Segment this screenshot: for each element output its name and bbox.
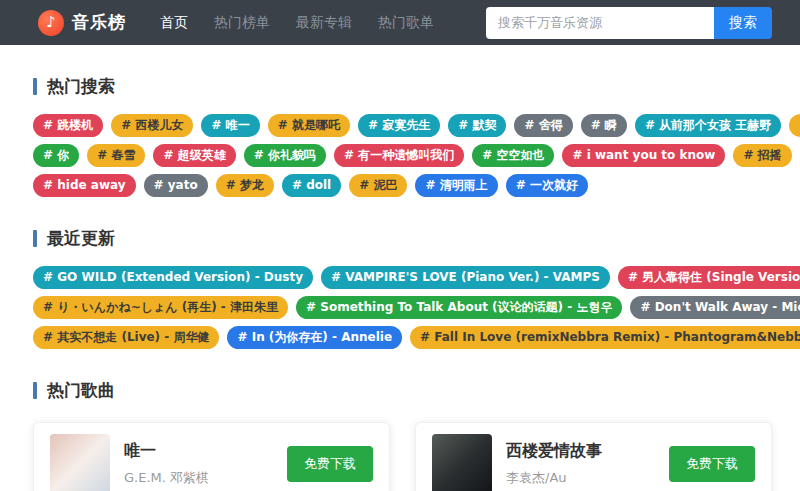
hot-search-tag[interactable]: # 泥巴 <box>349 174 407 197</box>
hot-search-tag[interactable]: # i want you to know <box>562 144 725 167</box>
hot-search-tag[interactable]: # 招摇 <box>733 144 791 167</box>
hot-search-tag[interactable]: # 你 <box>33 144 79 167</box>
hot-search-tag[interactable]: # 清明雨上 <box>415 174 497 197</box>
hot-search-tag[interactable]: # 有一种遗憾叫我们 <box>334 144 464 167</box>
page: ♪ 音乐榜 首页热门榜单最新专辑热门歌单 搜索 热门搜索 # 跳楼机# 西楼儿女… <box>0 0 800 491</box>
recent-update-tag[interactable]: # 男人靠得住 (Single Version) - 好弟 <box>618 266 800 289</box>
hot-search-title: 热门搜索 <box>47 75 115 98</box>
site-title: 音乐榜 <box>72 11 126 34</box>
hot-search-tag[interactable]: # 空空如也 <box>472 144 554 167</box>
hot-search-tag[interactable]: # 就是哪吒 <box>268 114 350 137</box>
song-artist: 李袁杰/Au <box>506 469 669 487</box>
hot-songs-header: 热门歌曲 <box>33 379 772 402</box>
song-info: 西楼爱情故事李袁杰/Au <box>506 441 669 487</box>
hot-search-tag[interactable]: # 从前那个女孩 王赫野 <box>635 114 781 137</box>
recent-update-row: # り・いんかね~しょん (再生) - 津田朱里# Something To T… <box>33 296 772 319</box>
recent-update-tag[interactable]: # Don't Walk Away - Michael Jackson <box>630 296 800 319</box>
free-download-button[interactable]: 免费下载 <box>287 446 373 482</box>
album-cover <box>432 434 492 491</box>
search-button[interactable]: 搜索 <box>714 7 772 39</box>
section-bar <box>33 230 37 247</box>
hot-search-row: # 你# 春雪# 超级英雄# 你礼貌吗# 有一种遗憾叫我们# 空空如也# i w… <box>33 144 772 167</box>
hot-search-tag[interactable]: # 梦龙 <box>216 174 274 197</box>
navbar: ♪ 音乐榜 首页热门榜单最新专辑热门歌单 搜索 <box>0 0 800 45</box>
hot-search-tag[interactable]: # 寂寞先生 <box>358 114 440 137</box>
search-input[interactable] <box>486 7 714 39</box>
recent-update-tag[interactable]: # Something To Talk About (议论的话题) - 노형우 <box>296 296 622 319</box>
main-content: 热门搜索 # 跳楼机# 西楼儿女# 唯一# 就是哪吒# 寂寞先生# 默契# 舍得… <box>0 75 800 491</box>
hot-search-tag[interactable]: # 瞬 <box>581 114 627 137</box>
recent-updates-header: 最近更新 <box>33 227 772 250</box>
section-bar <box>33 382 37 399</box>
hot-search-header: 热门搜索 <box>33 75 772 98</box>
song-title: 西楼爱情故事 <box>506 441 669 462</box>
hot-search-tag[interactable]: # 你礼貌吗 <box>244 144 326 167</box>
recent-update-row: # 其实不想走 (Live) - 周华健# In (为你存在) - Anneli… <box>33 326 772 349</box>
hot-search-row: # 跳楼机# 西楼儿女# 唯一# 就是哪吒# 寂寞先生# 默契# 舍得# 瞬# … <box>33 114 772 137</box>
free-download-button[interactable]: 免费下载 <box>669 446 755 482</box>
recent-updates-section: 最近更新 # GO WILD (Extended Version) - Dust… <box>33 227 772 349</box>
hot-search-tag[interactable]: # 跳楼机 <box>33 114 103 137</box>
song-cards: 唯一G.E.M. 邓紫棋免费下载西楼爱情故事李袁杰/Au免费下载 <box>33 422 772 491</box>
hot-search-tags: # 跳楼机# 西楼儿女# 唯一# 就是哪吒# 寂寞先生# 默契# 舍得# 瞬# … <box>33 114 772 197</box>
hot-search-tag[interactable]: # yato <box>144 174 208 197</box>
hot-search-tag[interactable]: # doll <box>282 174 341 197</box>
recent-updates-tags: # GO WILD (Extended Version) - Dusty# VA… <box>33 266 772 349</box>
hot-search-row: # hide away# yato# 梦龙# doll# 泥巴# 清明雨上# 一… <box>33 174 772 197</box>
song-info: 唯一G.E.M. 邓紫棋 <box>124 441 287 487</box>
recent-update-tag[interactable]: # In (为你存在) - Annelie <box>227 326 402 349</box>
hot-search-tag[interactable]: # 唯一 <box>201 114 259 137</box>
nav-links: 首页热门榜单最新专辑热门歌单 <box>160 14 434 32</box>
nav-item-最新专辑[interactable]: 最新专辑 <box>296 14 352 32</box>
hot-search-section: 热门搜索 # 跳楼机# 西楼儿女# 唯一# 就是哪吒# 寂寞先生# 默契# 舍得… <box>33 75 772 197</box>
hot-search-tag[interactable]: # 西楼儿女 <box>111 114 193 137</box>
song-card: 西楼爱情故事李袁杰/Au免费下载 <box>415 422 772 491</box>
hot-search-tag[interactable]: # 春雪 <box>87 144 145 167</box>
recent-update-tag[interactable]: # り・いんかね~しょん (再生) - 津田朱里 <box>33 296 288 319</box>
recent-update-tag[interactable]: # 其实不想走 (Live) - 周华健 <box>33 326 219 349</box>
nav-item-首页[interactable]: 首页 <box>160 14 188 32</box>
nav-item-热门歌单[interactable]: 热门歌单 <box>378 14 434 32</box>
hot-songs-section: 热门歌曲 唯一G.E.M. 邓紫棋免费下载西楼爱情故事李袁杰/Au免费下载 <box>33 379 772 491</box>
section-bar <box>33 78 37 95</box>
hot-search-tag[interactable]: # hide away <box>33 174 136 197</box>
recent-update-tag[interactable]: # GO WILD (Extended Version) - Dusty <box>33 266 313 289</box>
album-cover <box>50 434 110 491</box>
hot-search-tag[interactable]: # 默契 <box>448 114 506 137</box>
song-title: 唯一 <box>124 441 287 462</box>
hot-search-tag[interactable]: # 一次就好 <box>506 174 588 197</box>
search-box: 搜索 <box>486 7 772 39</box>
brand[interactable]: ♪ 音乐榜 <box>38 10 126 36</box>
recent-update-tag[interactable]: # VAMPIRE'S LOVE (Piano Ver.) - VAMPS <box>321 266 610 289</box>
hot-search-tag[interactable]: # 舍得 <box>514 114 572 137</box>
nav-item-热门榜单[interactable]: 热门榜单 <box>214 14 270 32</box>
song-artist: G.E.M. 邓紫棋 <box>124 469 287 487</box>
recent-update-row: # GO WILD (Extended Version) - Dusty# VA… <box>33 266 772 289</box>
hot-songs-title: 热门歌曲 <box>47 379 115 402</box>
song-card: 唯一G.E.M. 邓紫棋免费下载 <box>33 422 390 491</box>
music-note-logo-icon: ♪ <box>38 10 64 36</box>
recent-update-tag[interactable]: # Fall In Love (remixNebbra Remix) - Pha… <box>410 326 800 349</box>
hot-search-tag[interactable]: # 超级英雄 <box>153 144 235 167</box>
recent-updates-title: 最近更新 <box>47 227 115 250</box>
hot-search-tag[interactable]: # 少一点天分 <box>789 114 800 137</box>
